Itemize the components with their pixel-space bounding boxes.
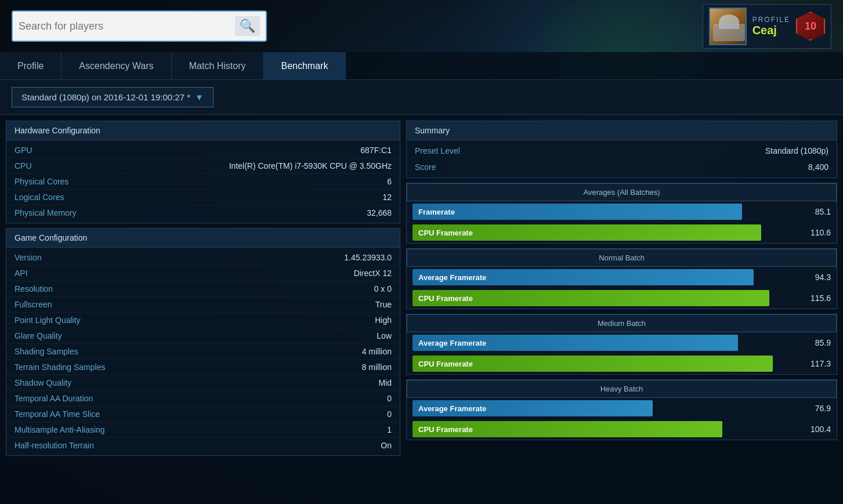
heavy-cpu-value: 100.4	[805, 425, 831, 434]
normal-cpu-row: CPU Framerate 115.6	[407, 288, 837, 309]
table-row: Glare Quality Low	[6, 328, 400, 344]
tab-profile[interactable]: Profile	[0, 52, 61, 79]
physical-cores-label: Physical Cores	[15, 177, 68, 186]
table-row: Physical Memory 32,668	[6, 205, 400, 220]
avg-framerate-row: Framerate 85.1	[407, 201, 837, 222]
normal-avg-bar-container: Average Framerate	[413, 269, 800, 285]
score-row: Score 8,400	[407, 159, 837, 175]
physical-cores-value: 6	[387, 177, 392, 186]
heavy-avg-row: Average Framerate 76.9	[407, 398, 837, 419]
avg-framerate-bar-container: Framerate	[413, 204, 800, 220]
normal-avg-value: 94.3	[805, 273, 831, 282]
preset-level-row: Preset Level Standard (1080p)	[407, 143, 837, 159]
table-row: GPU 687F:C1	[6, 143, 400, 158]
hardware-content: GPU 687F:C1 CPU Intel(R) Core(TM) i7-593…	[6, 140, 400, 223]
cpu-value: Intel(R) Core(TM) i7-5930K CPU @ 3.50GHz	[229, 161, 392, 171]
search-container: 🔍	[12, 10, 267, 42]
normal-cpu-bar-container: CPU Framerate	[413, 290, 800, 306]
hardware-section: Hardware Configuration GPU 687F:C1 CPU I…	[6, 121, 400, 223]
score-value: 8,400	[808, 162, 828, 172]
fullscreen-label: Fullscreen	[15, 300, 52, 309]
point-light-label: Point Light Quality	[15, 316, 81, 325]
right-column: Summary Preset Level Standard (1080p) Sc…	[406, 121, 837, 498]
profile-info: PROFILE Ceaj	[752, 16, 790, 37]
normal-batch-section: Normal Batch Average Framerate 94.3 CPU …	[406, 248, 837, 309]
medium-avg-row: Average Framerate 85.9	[407, 332, 837, 353]
table-row: API DirectX 12	[6, 266, 400, 281]
search-input[interactable]	[19, 20, 235, 32]
glare-value: Low	[377, 331, 392, 340]
version-value: 1.45.23933.0	[344, 253, 392, 262]
preset-bar: Standard (1080p) on 2016-12-01 19:00:27 …	[0, 80, 843, 115]
heavy-avg-label: Average Framerate	[418, 404, 486, 413]
preset-text: Standard (1080p) on 2016-12-01 19:00:27 …	[21, 92, 190, 102]
medium-avg-value: 85.9	[805, 338, 831, 347]
avg-cpu-bar-container: CPU Framerate	[413, 224, 800, 241]
table-row: Fullscreen True	[6, 297, 400, 313]
cpu-label: CPU	[15, 161, 32, 171]
profile-name: Ceaj	[752, 24, 790, 37]
temporal-aa-slice-value: 0	[387, 409, 392, 419]
temporal-aa-duration-label: Temporal AA Duration	[15, 394, 93, 403]
left-column: Hardware Configuration GPU 687F:C1 CPU I…	[6, 121, 400, 498]
medium-cpu-bar-container: CPU Framerate	[413, 356, 800, 372]
physical-memory-label: Physical Memory	[15, 208, 77, 217]
nav-tabs: Profile Ascendency Wars Match History Be…	[0, 52, 843, 80]
heavy-cpu-row: CPU Framerate 100.4	[407, 419, 837, 440]
summary-content: Preset Level Standard (1080p) Score 8,40…	[407, 140, 837, 177]
avg-cpu-framerate-row: CPU Framerate 110.6	[407, 222, 837, 243]
table-row: Logical Cores 12	[6, 190, 400, 205]
half-res-terrain-label: Half-resolution Terrain	[15, 441, 94, 450]
normal-cpu-label: CPU Framerate	[418, 294, 473, 303]
medium-batch-header: Medium Batch	[407, 314, 837, 332]
table-row: Point Light Quality High	[6, 313, 400, 328]
glare-label: Glare Quality	[15, 331, 62, 340]
shading-samples-label: Shading Samples	[15, 347, 78, 356]
normal-batch-header: Normal Batch	[407, 249, 837, 267]
heavy-batch-section: Heavy Batch Average Framerate 76.9 CPU F…	[406, 379, 837, 440]
tab-ascendency[interactable]: Ascendency Wars	[61, 52, 171, 79]
resolution-value: 0 x 0	[374, 284, 392, 293]
table-row: Terrain Shading Samples 8 million	[6, 360, 400, 375]
temporal-aa-duration-value: 0	[387, 394, 392, 403]
hardware-header: Hardware Configuration	[6, 121, 400, 140]
terrain-shading-value: 8 million	[362, 362, 392, 372]
gpu-value: 687F:C1	[360, 146, 392, 155]
medium-cpu-value: 117.3	[805, 359, 831, 368]
logical-cores-label: Logical Cores	[15, 193, 64, 202]
avg-framerate-value: 85.1	[805, 207, 831, 216]
shadow-quality-label: Shadow Quality	[15, 378, 71, 387]
msaa-value: 1	[387, 425, 392, 434]
search-box[interactable]: 🔍	[12, 10, 267, 42]
preset-arrow: ▼	[195, 92, 204, 102]
avg-cpu-label: CPU Framerate	[418, 229, 473, 237]
normal-cpu-value: 115.6	[805, 293, 831, 303]
heavy-cpu-label: CPU Framerate	[418, 425, 473, 434]
preset-selector[interactable]: Standard (1080p) on 2016-12-01 19:00:27 …	[12, 87, 214, 107]
medium-avg-bar-container: Average Framerate	[413, 335, 800, 351]
shading-samples-value: 4 million	[362, 347, 392, 356]
heavy-cpu-bar-container: CPU Framerate	[413, 421, 800, 437]
tab-benchmark[interactable]: Benchmark	[264, 52, 346, 79]
two-col-layout: Hardware Configuration GPU 687F:C1 CPU I…	[0, 115, 843, 504]
logical-cores-value: 12	[382, 193, 392, 202]
search-icon[interactable]: 🔍	[235, 16, 260, 36]
preset-level-label: Preset Level	[415, 146, 460, 155]
gpu-label: GPU	[15, 146, 32, 155]
table-row: Temporal AA Duration 0	[6, 391, 400, 407]
version-label: Version	[15, 253, 42, 262]
profile-area: PROFILE Ceaj 10	[703, 4, 831, 49]
summary-header: Summary	[407, 121, 837, 140]
level-badge: 10	[796, 12, 825, 41]
table-row: Shading Samples 4 million	[6, 344, 400, 360]
tab-match-history[interactable]: Match History	[172, 52, 264, 79]
table-row: Half-resolution Terrain On	[6, 438, 400, 453]
medium-batch-section: Medium Batch Average Framerate 85.9 CPU …	[406, 314, 837, 375]
heavy-avg-bar-container: Average Framerate	[413, 400, 800, 416]
table-row: Physical Cores 6	[6, 174, 400, 190]
content-area: Standard (1080p) on 2016-12-01 19:00:27 …	[0, 80, 843, 504]
medium-avg-label: Average Framerate	[418, 339, 486, 347]
fullscreen-value: True	[375, 300, 392, 309]
header: 🔍 PROFILE Ceaj 10	[0, 0, 843, 52]
table-row: Temporal AA Time Slice 0	[6, 407, 400, 422]
